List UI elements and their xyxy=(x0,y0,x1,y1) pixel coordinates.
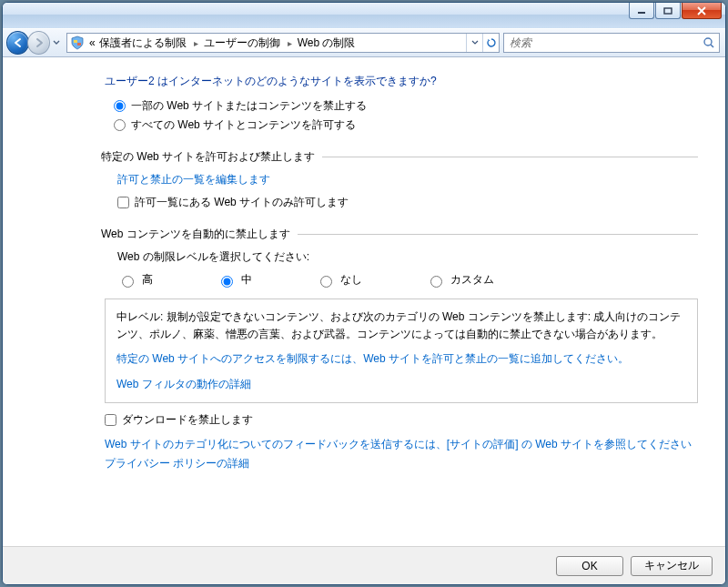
checkbox-block-downloads[interactable] xyxy=(105,414,116,426)
chevron-down-icon xyxy=(471,40,479,46)
minimize-icon xyxy=(637,7,646,15)
dialog-window: « 保護者による制限 ▸ ユーザーの制御 ▸ Web の制限 ユーザー2 はイン… xyxy=(2,2,726,585)
label-level-high: 高 xyxy=(142,272,153,288)
radio-allow-all[interactable] xyxy=(114,119,126,131)
level-none[interactable]: なし xyxy=(316,272,362,288)
dialog-footer: OK キャンセル xyxy=(3,546,725,584)
checkbox-only-allow-list[interactable] xyxy=(117,197,129,208)
link-add-to-allow-block[interactable]: 特定の Web サイトへのアクセスを制限するには、Web サイトを許可と禁止の一… xyxy=(116,352,629,365)
arrow-left-icon xyxy=(12,36,25,49)
page-question: ユーザー2 はインターネットのどのようなサイトを表示できますか? xyxy=(105,74,698,89)
level-description-box: 中レベル: 規制が設定できないコンテンツ、および次のカテゴリの Web コンテン… xyxy=(105,299,698,403)
refresh-icon xyxy=(486,37,497,48)
ok-button[interactable]: OK xyxy=(556,556,623,576)
chevron-right-icon: ▸ xyxy=(288,38,292,48)
radio-level-high[interactable] xyxy=(122,276,134,288)
nav-buttons xyxy=(6,30,63,56)
search-input[interactable] xyxy=(508,35,703,50)
navbar: « 保護者による制限 ▸ ユーザーの制御 ▸ Web の制限 xyxy=(3,28,725,57)
level-custom[interactable]: カスタム xyxy=(426,272,494,288)
svg-rect-3 xyxy=(77,43,81,46)
level-description-text: 中レベル: 規制が設定できないコンテンツ、および次のカテゴリの Web コンテン… xyxy=(116,309,686,343)
minimize-button[interactable] xyxy=(629,3,654,19)
address-bar[interactable]: « 保護者による制限 ▸ ユーザーの制御 ▸ Web の制限 xyxy=(66,33,500,53)
label-level-none: なし xyxy=(340,272,362,288)
label-level-custom: カスタム xyxy=(450,272,494,288)
divider xyxy=(298,234,698,235)
link-edit-allow-block-list[interactable]: 許可と禁止の一覧を編集します xyxy=(117,173,270,186)
radio-level-custom[interactable] xyxy=(430,276,442,288)
svg-rect-0 xyxy=(638,12,645,14)
breadcrumb-user-control[interactable]: ユーザーの制御 xyxy=(202,35,282,51)
nav-history-dropdown[interactable] xyxy=(50,34,63,52)
group-auto-title: Web コンテンツを自動的に禁止します xyxy=(101,227,290,242)
label-block-some: 一部の Web サイトまたはコンテンツを禁止する xyxy=(131,98,367,114)
radio-level-none[interactable] xyxy=(320,276,332,288)
level-prompt: Web の制限レベルを選択してください: xyxy=(117,249,698,265)
radio-block-some[interactable] xyxy=(114,100,126,112)
label-block-downloads: ダウンロードを禁止します xyxy=(122,412,253,428)
label-only-allow-list: 許可一覧にある Web サイトのみ許可します xyxy=(135,195,349,210)
svg-rect-2 xyxy=(74,40,77,43)
level-medium[interactable]: 中 xyxy=(217,272,252,288)
group-specific-sites: 特定の Web サイトを許可および禁止します xyxy=(101,149,698,165)
option-block-downloads[interactable]: ダウンロードを禁止します xyxy=(105,412,698,428)
close-button[interactable] xyxy=(682,3,722,19)
search-icon xyxy=(703,36,715,49)
option-block-some[interactable]: 一部の Web サイトまたはコンテンツを禁止する xyxy=(114,98,698,114)
option-only-allow-list[interactable]: 許可一覧にある Web サイトのみ許可します xyxy=(117,195,698,210)
label-level-medium: 中 xyxy=(241,272,252,288)
breadcrumb-parental[interactable]: 保護者による制限 xyxy=(97,35,188,51)
search-box[interactable] xyxy=(503,33,720,53)
link-web-filter-details[interactable]: Web フィルタの動作の詳細 xyxy=(116,378,251,390)
radio-level-medium[interactable] xyxy=(221,276,233,288)
level-high[interactable]: 高 xyxy=(117,272,153,288)
refresh-button[interactable] xyxy=(482,34,499,52)
control-panel-icon xyxy=(69,35,86,51)
titlebar xyxy=(3,3,725,28)
back-button[interactable] xyxy=(6,31,29,55)
maximize-icon xyxy=(663,7,672,15)
link-category-feedback[interactable]: Web サイトのカテゴリ化についてのフィードバックを送信するには、[サイトの評価… xyxy=(105,438,692,450)
content-area: ユーザー2 はインターネットのどのようなサイトを表示できますか? 一部の Web… xyxy=(3,57,725,546)
divider xyxy=(322,157,698,157)
arrow-right-icon xyxy=(33,36,46,49)
cancel-button[interactable]: キャンセル xyxy=(631,556,713,576)
maximize-button[interactable] xyxy=(655,3,681,19)
group-specific-title: 特定の Web サイトを許可および禁止します xyxy=(101,149,315,165)
close-icon xyxy=(696,6,707,15)
breadcrumb-web-restrictions[interactable]: Web の制限 xyxy=(296,35,358,51)
option-allow-all[interactable]: すべての Web サイトとコンテンツを許可する xyxy=(114,117,698,133)
forward-button[interactable] xyxy=(27,31,50,55)
chevron-right-icon: ▸ xyxy=(194,38,198,48)
restriction-level-row: 高 中 なし カスタム xyxy=(117,272,698,288)
link-privacy-policy[interactable]: プライバシー ポリシーの詳細 xyxy=(105,457,249,470)
chevron-down-icon xyxy=(53,40,60,46)
address-dropdown-button[interactable] xyxy=(466,34,482,52)
svg-point-4 xyxy=(704,38,712,46)
svg-rect-1 xyxy=(664,8,672,14)
group-auto-block: Web コンテンツを自動的に禁止します xyxy=(101,227,698,242)
breadcrumb-chevrons[interactable]: « xyxy=(87,36,97,49)
label-allow-all: すべての Web サイトとコンテンツを許可する xyxy=(131,117,356,133)
